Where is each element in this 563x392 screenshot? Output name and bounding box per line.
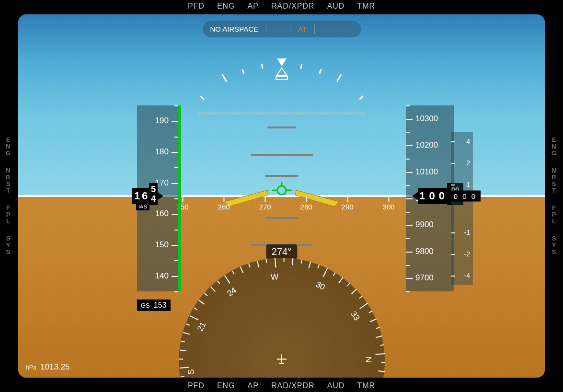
- menu-item-eng[interactable]: ENG: [217, 381, 235, 390]
- vsi-label: -4: [464, 272, 470, 279]
- vsi-value: 0 0 0: [450, 191, 481, 202]
- horizon-heading-tick: 290: [342, 196, 354, 211]
- side-item-eng[interactable]: ENG: [2, 137, 15, 157]
- menu-item-ap[interactable]: AP: [248, 381, 259, 390]
- airspeed-roll-bottom: 4: [151, 194, 156, 204]
- baro-value: 1013.25: [40, 362, 69, 371]
- pitch-line-5: [265, 175, 299, 177]
- horizon-heading-tick: 300: [383, 196, 395, 211]
- hsi-label: 21: [195, 321, 208, 333]
- altitude-pointer-icon: [412, 192, 418, 200]
- gs-value: 153: [154, 301, 167, 310]
- airspeed-tick-label: 150: [155, 240, 169, 250]
- vsi-label: -2: [464, 250, 470, 258]
- side-item-eng[interactable]: ENG: [548, 137, 561, 157]
- altitude-tick-label: 10200: [415, 140, 438, 150]
- heading-readout: 274°: [266, 244, 297, 259]
- hsi-label: N: [363, 356, 373, 363]
- side-item-fpl[interactable]: FPL: [548, 205, 561, 225]
- side-menu-right: ENGNRSTFPLSYS: [548, 0, 561, 392]
- menu-item-aud[interactable]: AUD: [327, 2, 345, 11]
- side-item-sys[interactable]: SYS: [548, 235, 561, 255]
- menu-item-aud[interactable]: AUD: [327, 381, 345, 390]
- horizon-heading-tick: 280: [300, 196, 312, 211]
- airspeed-hundreds: 1: [133, 191, 141, 201]
- annunciator-at: AT: [290, 24, 315, 34]
- ias-label: IAS: [136, 203, 149, 210]
- pitch-line-m5: [265, 217, 299, 219]
- vsi-readout: 0 0 0: [445, 191, 481, 202]
- vsi-label: 4: [466, 138, 470, 145]
- horizon-heading-tick: 270: [259, 196, 271, 211]
- airspeed-tick-label: 180: [155, 147, 169, 157]
- side-item-nrst[interactable]: NRST: [2, 167, 15, 194]
- vsi-label: -1: [464, 229, 470, 236]
- pfd-screen[interactable]: NO AIRSPACE AT: [18, 14, 545, 378]
- airspeed-tens: 6: [141, 191, 149, 201]
- menu-item-tmr[interactable]: TMR: [357, 381, 375, 390]
- airspeed-tick-label: 190: [155, 116, 169, 126]
- pitch-line-10: [251, 154, 313, 156]
- groundspeed-readout: GS 153: [137, 300, 171, 311]
- airspeed-pointer-icon: [158, 192, 163, 200]
- side-item-fpl[interactable]: FPL: [2, 205, 15, 225]
- vsi-label: 1: [466, 181, 470, 188]
- top-menu: PFDENGAPRAD/XPDRAUDTMR: [0, 2, 563, 11]
- altitude-tick-label: 10100: [415, 167, 438, 177]
- gs-label: GS: [141, 302, 150, 309]
- hsi-label: 30: [314, 280, 326, 292]
- annunciator-airspace: NO AIRSPACE: [203, 24, 267, 34]
- menu-item-rad-xpdr[interactable]: RAD/XPDR: [271, 381, 315, 390]
- altitude-tick-label: 9900: [415, 220, 434, 230]
- bottom-menu: PFDENGAPRAD/XPDRAUDTMR: [0, 381, 563, 390]
- menu-item-rad-xpdr[interactable]: RAD/XPDR: [271, 2, 315, 11]
- pitch-line-20: [267, 127, 296, 128]
- vertical-speed-indicator[interactable]: 421-1-2-4: [451, 132, 473, 285]
- vsi-pointer-icon: [445, 193, 450, 199]
- baro-setting[interactable]: hPa 1013.25: [26, 362, 70, 372]
- altitude-tick-label: 9700: [415, 273, 434, 283]
- side-item-nrst[interactable]: NRST: [548, 167, 561, 194]
- menu-item-tmr[interactable]: TMR: [357, 2, 375, 11]
- menu-item-pfd[interactable]: PFD: [188, 381, 205, 390]
- ownship-icon: [276, 354, 288, 369]
- annunciator-empty-1: [266, 24, 290, 34]
- airspeed-green-band: [178, 105, 181, 291]
- hsi-label: W: [270, 272, 278, 282]
- pitch-bar: [198, 112, 366, 115]
- hsi-label: 24: [225, 286, 238, 299]
- altitude-tick-label: 10300: [415, 114, 438, 124]
- annunciator-bar[interactable]: NO AIRSPACE AT: [203, 21, 361, 37]
- airspeed-tick-label: 140: [155, 271, 169, 281]
- annunciator-empty-2: [315, 24, 339, 34]
- airspeed-units-roller: 5 4: [149, 183, 158, 205]
- altitude-thousands: 1 0 0: [419, 190, 446, 202]
- side-menu-left: ENGNRSTFPLSYS: [2, 0, 15, 392]
- menu-item-pfd[interactable]: PFD: [188, 2, 205, 11]
- airspeed-tick-label: 160: [155, 209, 169, 219]
- hsi-label: 33: [348, 310, 361, 323]
- menu-item-ap[interactable]: AP: [248, 2, 259, 11]
- airspeed-roll-top: 5: [151, 184, 156, 194]
- baro-unit: hPa: [26, 364, 36, 371]
- vsi-label: 2: [466, 159, 470, 167]
- menu-item-eng[interactable]: ENG: [217, 2, 235, 11]
- hsi-label: S: [186, 369, 196, 375]
- altitude-tick-label: 9800: [415, 247, 434, 256]
- side-item-sys[interactable]: SYS: [2, 235, 15, 255]
- horizon-heading-tick: 260: [218, 196, 230, 211]
